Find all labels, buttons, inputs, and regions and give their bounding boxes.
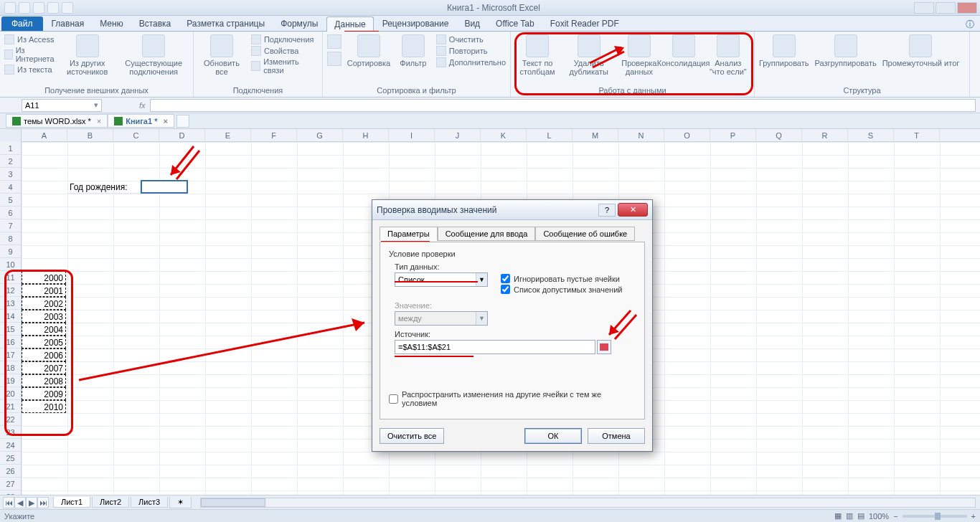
column-header[interactable]: L <box>527 129 573 141</box>
row-header[interactable]: 27 <box>0 478 21 490</box>
row-header[interactable]: 21 <box>0 400 21 413</box>
cell-year[interactable]: 2009 <box>22 387 66 400</box>
maximize-button[interactable] <box>936 2 956 14</box>
view-break-icon[interactable]: ▤ <box>857 511 864 521</box>
row-header[interactable]: 9 <box>0 245 21 258</box>
column-header[interactable]: O <box>664 129 710 141</box>
sheet-tab-3[interactable]: Лист3 <box>131 497 168 508</box>
column-header[interactable]: F <box>251 129 297 141</box>
row-header[interactable]: 7 <box>0 219 21 232</box>
sort-button[interactable]: Сортировка <box>347 34 390 67</box>
new-sheet-button[interactable]: ✶ <box>169 497 192 508</box>
connections-button[interactable]: Подключения <box>251 34 318 44</box>
cancel-button[interactable]: Отмена <box>588 428 645 444</box>
close-button[interactable] <box>957 2 977 14</box>
sheet-tab-1[interactable]: Лист1 <box>53 497 90 508</box>
text-to-columns-button[interactable]: Текст по столбцам <box>515 34 560 76</box>
row-header[interactable]: 13 <box>0 297 21 310</box>
add-doc-tab-button[interactable] <box>176 115 189 128</box>
row-header[interactable]: 1 <box>0 142 21 155</box>
dialog-tab-error-msg[interactable]: Сообщение об ошибке <box>535 227 635 241</box>
formula-bar[interactable] <box>150 99 976 112</box>
from-access-button[interactable]: Из Access <box>4 34 56 44</box>
row-header[interactable]: 16 <box>0 336 21 348</box>
clear-all-button[interactable]: Очистить все <box>380 428 444 444</box>
advanced-filter-button[interactable]: Дополнительно <box>436 57 506 67</box>
column-header[interactable]: H <box>343 129 389 141</box>
column-header[interactable]: K <box>481 129 527 141</box>
ok-button[interactable]: ОК <box>524 428 582 444</box>
whatif-button[interactable]: Анализ "что если" <box>707 34 750 76</box>
dialog-help-button[interactable]: ? <box>598 204 616 217</box>
row-header[interactable]: 15 <box>0 323 21 336</box>
row-header[interactable]: 18 <box>0 361 21 374</box>
row-header[interactable]: 11 <box>0 271 21 284</box>
zoom-slider[interactable] <box>903 515 967 518</box>
column-header[interactable]: G <box>297 129 343 141</box>
tab-review[interactable]: Рецензирование <box>375 16 456 31</box>
fx-icon[interactable]: fx <box>139 101 146 110</box>
scrollbar-thumb[interactable] <box>201 498 265 507</box>
cell-year[interactable]: 2005 <box>22 336 66 348</box>
from-web-button[interactable]: Из Интернета <box>4 46 56 63</box>
minimize-button[interactable] <box>914 2 934 14</box>
row-header[interactable]: 25 <box>0 452 21 465</box>
close-doc-tab-icon[interactable]: × <box>160 117 167 125</box>
cell-year[interactable]: 2008 <box>22 374 66 387</box>
cell-year[interactable]: 2004 <box>22 323 66 336</box>
group-button[interactable]: Группировать <box>759 34 809 67</box>
consolidate-button[interactable]: Консолидация <box>666 34 700 67</box>
column-header[interactable]: A <box>22 129 67 141</box>
tab-view[interactable]: Вид <box>457 16 487 31</box>
from-text-button[interactable]: Из текста <box>4 65 56 75</box>
doc-tab-word[interactable]: темы WORD.xlsx * × <box>6 114 108 128</box>
column-header[interactable]: C <box>113 129 159 141</box>
properties-button[interactable]: Свойства <box>251 46 318 56</box>
data-validation-button[interactable]: Проверка данных <box>618 34 660 76</box>
ungroup-button[interactable]: Разгруппировать <box>815 34 877 67</box>
dialog-close-button[interactable]: ✕ <box>618 203 648 217</box>
tab-insert[interactable]: Вставка <box>132 16 179 31</box>
row-header[interactable]: 8 <box>0 232 21 245</box>
from-other-sources-button[interactable]: Из других источников <box>62 34 113 76</box>
row-header[interactable]: 12 <box>0 284 21 297</box>
ribbon-help-icon[interactable]: ⓘ <box>960 19 980 31</box>
horizontal-scrollbar[interactable] <box>200 498 976 508</box>
chevron-down-icon[interactable]: ▼ <box>476 273 487 286</box>
name-box[interactable]: A11 ▾ <box>22 99 102 112</box>
cell-year[interactable]: 2002 <box>22 297 66 310</box>
select-all-corner[interactable] <box>0 129 22 142</box>
sheet-nav-last[interactable]: ⏭ <box>37 497 49 508</box>
name-box-dropdown-icon[interactable]: ▾ <box>94 100 98 110</box>
column-header[interactable]: R <box>802 129 848 141</box>
remove-duplicates-button[interactable]: Удалить дубликаты <box>565 34 612 76</box>
type-combo[interactable]: Список ▼ <box>395 272 488 287</box>
row-header[interactable]: 26 <box>0 465 21 478</box>
column-header[interactable]: S <box>848 129 894 141</box>
row-header[interactable]: 4 <box>0 181 21 194</box>
tab-formulas[interactable]: Формулы <box>273 16 325 31</box>
zoom-out-button[interactable]: − <box>893 512 897 521</box>
sheet-nav-first[interactable]: ⏮ <box>3 497 14 508</box>
column-header[interactable]: B <box>67 129 113 141</box>
cell-year[interactable]: 2001 <box>22 284 66 297</box>
view-normal-icon[interactable]: ▦ <box>834 511 842 521</box>
row-header[interactable]: 14 <box>0 310 21 323</box>
apply-others-checkbox[interactable]: Распространить изменения на другие ячейк… <box>389 390 636 407</box>
qa-save-icon[interactable] <box>19 2 30 14</box>
sheet-nav-prev[interactable]: ◀ <box>14 497 26 508</box>
zoom-value[interactable]: 100% <box>869 512 889 521</box>
tab-data[interactable]: Данные <box>326 16 373 32</box>
qa-redo-icon[interactable] <box>47 2 59 14</box>
in-cell-dropdown-checkbox[interactable]: Список допустимых значений <box>501 285 622 294</box>
ignore-blank-checkbox[interactable]: Игнорировать пустые ячейки <box>501 274 622 283</box>
sort-za-button[interactable] <box>327 52 341 66</box>
row-header[interactable]: 22 <box>0 413 21 426</box>
tab-pagelayout[interactable]: Разметка страницы <box>179 16 272 31</box>
source-input[interactable]: =$A$11:$A$21 <box>395 340 595 354</box>
row-header[interactable]: 6 <box>0 207 21 219</box>
row-header[interactable]: 19 <box>0 374 21 387</box>
column-header[interactable]: P <box>710 129 756 141</box>
cell-year[interactable]: 2010 <box>22 400 66 413</box>
column-header[interactable]: J <box>435 129 481 141</box>
